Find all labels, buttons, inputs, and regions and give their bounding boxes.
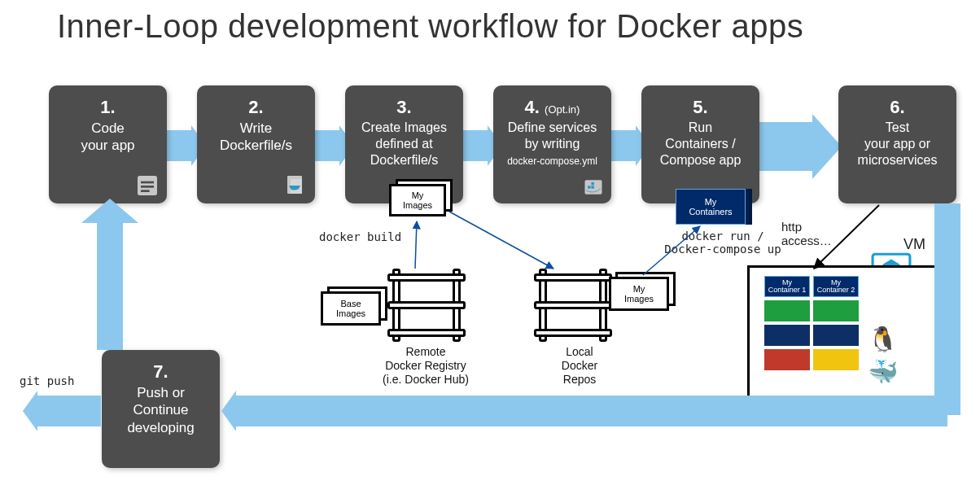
step-desc: Push or Continue developing [108,384,213,436]
flow-arrow [97,220,123,350]
stack-label: Base Images [321,291,381,326]
my-container-2: My Container 2 [813,276,859,297]
linux-icon: 🐧 [868,325,898,353]
svg-rect-8 [591,186,594,189]
remote-rack-caption: Remote Docker Registry (i.e. Docker Hub) [369,345,483,386]
step-number: 6. [845,97,950,118]
slab [813,325,859,346]
step-number: 3. [352,97,457,118]
svg-rect-9 [591,182,594,186]
my-containers-block: My Containers [676,189,746,225]
docker-run-label: docker run / Docker-compose up [658,230,788,256]
slab [764,349,810,370]
step-1: 1. Code your app [49,85,167,203]
step-desc: Run Containers / Compose app [648,120,753,168]
http-access-label: http access… [781,220,832,247]
slab [764,325,810,346]
slab [764,300,810,321]
page-title: Inner-Loop development workflow for Dock… [57,8,803,45]
step-5: 5. Run Containers / Compose app [641,85,759,203]
step-number: 5. [648,97,753,118]
flow-arrow [311,130,339,161]
my-container-1: My Container 1 [764,276,810,297]
step-desc: Write Dockerfile/s [203,120,308,155]
step-6: 6. Test your app or microservices [838,85,956,203]
flow-arrow-gitpush [37,396,101,426]
flow-arrow [934,203,960,415]
flow-arrow [236,396,947,426]
my-images-stack: My Images [389,184,446,216]
vm-label: VM [903,236,925,253]
stack-label: My Images [609,277,669,311]
step-number: 1. [55,97,160,118]
local-rack-caption: Local Docker Repos [523,345,637,386]
step-number: 4. (Opt.in) [500,97,605,118]
slab [813,300,859,321]
svg-rect-7 [588,186,591,189]
docker-build-label: docker build [319,230,401,243]
step-4: 4. (Opt.in) Define services by writing d… [493,85,611,203]
local-rack [534,269,612,342]
flow-up-arrowhead [81,199,138,223]
step-desc: Code your app [55,120,160,155]
base-images-stack: Base Images [321,291,381,326]
flow-arrow [163,130,191,161]
step-desc: Test your app or microservices [845,120,950,168]
step-desc: Define services by writing [500,120,605,152]
docker-whale-icon: 🐳 [868,357,898,386]
step-subtext: docker-compose.yml [500,155,605,167]
step-7: 7. Push or Continue developing [102,350,220,468]
document-icon [134,173,160,199]
slab [813,349,859,370]
remote-rack [387,269,466,342]
step-desc: Create Images defined at Dockerfile/s [352,120,457,168]
git-push-label: git push [20,374,74,387]
my-images-stack-2: My Images [609,277,669,311]
vm-box: My Container 1 My Container 2 🐧 🐳 [747,265,943,412]
stack-label: My Images [389,184,446,216]
step-number: 2. [203,97,308,118]
docker-file-icon [282,173,308,199]
step-number: 7. [108,361,213,383]
svg-marker-14 [81,199,138,223]
docker-icon [582,176,605,199]
flow-arrow [459,130,488,161]
flow-arrow [607,130,636,161]
step-2: 2. Write Dockerfile/s [197,85,315,203]
flow-arrow-big [755,122,812,171]
